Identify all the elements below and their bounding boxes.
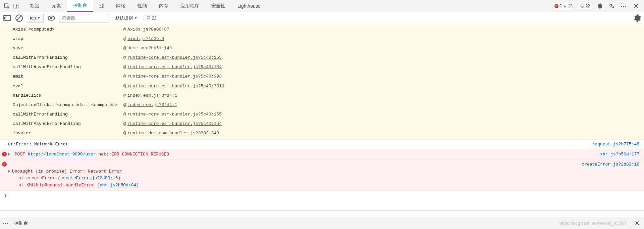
console-toolbar: top ▼ 默认级别 ▼ 🗨 22	[0, 12, 644, 24]
error-icon: ✕	[554, 4, 558, 8]
stack-frame: Axios.<computed>@Axios.js?0a06:87	[0, 25, 644, 34]
context-selector[interactable]: top ▼	[27, 14, 44, 22]
sidebar-toggle-icon[interactable]	[3, 14, 11, 22]
stack-frame-prefix: at XMLHttpRequest.handleError (	[8, 183, 100, 188]
log-level-selector[interactable]: 默认级别 ▼	[113, 14, 140, 22]
settings-icon[interactable]	[595, 1, 604, 11]
message-icon: 🗨	[580, 3, 585, 9]
stack-frame-suffix: )	[136, 183, 139, 188]
source-link[interactable]: runtime-core.esm-bundler.js?5c40:164	[127, 64, 222, 70]
source-link[interactable]: index.esm.js?3fd4:1	[127, 93, 177, 98]
console-settings-icon[interactable]	[633, 14, 641, 22]
source-link[interactable]: runtime-core.esm-bundler.js?5c40:7310	[127, 84, 224, 89]
disclosure-triangle-icon[interactable]	[8, 170, 10, 173]
at-symbol: @	[122, 35, 127, 43]
source-link[interactable]: runtime-core.esm-bundler.js?5c40:164	[127, 121, 222, 126]
tab-security[interactable]: 安全性	[205, 0, 231, 12]
chevron-down-icon: ▼	[134, 16, 138, 20]
warning-icon: ▲	[562, 3, 567, 8]
stack-function: save	[13, 45, 122, 52]
device-toggle-icon[interactable]	[11, 1, 21, 11]
stack-function: Axios.<computed>	[13, 26, 122, 33]
error-icon: ✕	[2, 162, 7, 167]
inspect-icon[interactable]	[2, 1, 11, 11]
filter-input[interactable]	[59, 14, 109, 22]
svg-point-3	[610, 4, 612, 6]
stack-function: callWithErrorHandling	[13, 54, 122, 61]
at-symbol: @	[122, 63, 127, 71]
stack-frame: callWithAsyncErrorHandling@runtime-core.…	[0, 119, 644, 129]
source-link[interactable]: bind.js?1d2b:9	[127, 36, 164, 41]
tab-lighthouse[interactable]: Lighthouse	[231, 0, 267, 12]
close-devtools-icon[interactable]: ✕	[631, 1, 641, 11]
source-link[interactable]: xhr.js?b50d:84	[100, 183, 136, 188]
log-row-error: ✕ Uncaught (in promise) Error: Network E…	[0, 160, 644, 191]
chevron-down-icon: ▼	[37, 16, 41, 20]
stack-frame: emit@runtime-core.esm-bundler.js?5c40:99…	[0, 72, 644, 81]
source-link[interactable]: runtime-dom.esm-bundler.js?830f:349	[127, 131, 219, 136]
tab-sources[interactable]: 源	[93, 0, 110, 12]
at-symbol: @	[122, 130, 127, 137]
source-link[interactable]: createError.js?2d83:16	[60, 176, 118, 181]
log-row-error: ✕ POST http://localhost:9090/user net::E…	[0, 150, 644, 160]
source-link[interactable]: runtime-core.esm-bundler.js?5c40:155	[127, 112, 222, 117]
drawer-tab-console[interactable]: 控制台	[14, 220, 28, 226]
stack-function: invoker	[13, 130, 122, 137]
at-symbol: @	[122, 92, 127, 99]
messages-counter[interactable]: 🗨 22	[578, 3, 592, 9]
tab-elements[interactable]: 元素	[46, 0, 67, 12]
source-link[interactable]: Home.vue?bb51:149	[127, 46, 172, 51]
at-symbol: @	[122, 45, 127, 52]
drawer-close-icon[interactable]: ✕	[633, 220, 641, 227]
disclosure-triangle-icon[interactable]	[8, 152, 10, 156]
error-body: Uncaught (in promise) Error: Network Err…	[8, 161, 139, 189]
tabbar-right: ✕ 2 ▲ 13 🗨 22 ⋯ ✕	[552, 1, 642, 11]
tab-network[interactable]: 网络	[110, 0, 131, 12]
more-icon[interactable]: ⋯	[619, 1, 629, 11]
experiments-icon[interactable]	[607, 1, 616, 11]
log-row-info: errError: Network Error request.js?b775:…	[0, 140, 644, 150]
tab-memory[interactable]: 内存	[153, 0, 174, 12]
stack-frame: callWithErrorHandling@runtime-core.esm-b…	[0, 53, 644, 62]
stack-function: eval	[13, 83, 122, 90]
stack-frame: wrap@bind.js?1d2b:9	[0, 34, 644, 44]
context-label: top	[30, 15, 36, 20]
tab-console[interactable]: 控制台	[67, 0, 93, 12]
drawer-more-icon[interactable]: ⋯	[3, 220, 9, 227]
source-link[interactable]: Axios.js?0a06:87	[127, 27, 169, 32]
at-symbol: @	[122, 54, 127, 61]
stack-frame: handleClick@index.esm.js?3fd4:1	[0, 91, 644, 100]
tab-performance[interactable]: 性能	[131, 0, 153, 12]
request-url-link[interactable]: http://localhost:9090/user	[28, 152, 96, 157]
source-link[interactable]: runtime-core.esm-bundler.js?5c40:155	[127, 55, 222, 60]
stack-frame-prefix: at createError (	[8, 176, 60, 181]
svg-line-8	[17, 16, 21, 20]
tab-welcome[interactable]: 欢迎	[24, 0, 46, 12]
stack-function: callWithErrorHandling	[13, 111, 122, 118]
source-link[interactable]: createError.js?2d83:16	[575, 161, 639, 168]
stack-function: wrap	[13, 35, 122, 43]
live-expression-icon[interactable]	[47, 14, 56, 22]
devtools-tabbar: 欢迎 元素 控制台 源 网络 性能 内存 应用程序 安全性 Lighthouse…	[0, 0, 644, 12]
stack-function: callWithAsyncErrorHandling	[13, 120, 122, 128]
message-icon: 🗨	[147, 16, 151, 20]
stack-function: emit	[13, 73, 122, 80]
error-icon: ✕	[2, 152, 7, 156]
tab-application[interactable]: 应用程序	[174, 0, 205, 12]
clear-console-icon[interactable]	[15, 14, 23, 22]
warning-count: 13	[568, 4, 572, 8]
stack-frame: invoker@runtime-dom.esm-bundler.js?830f:…	[0, 129, 644, 138]
svg-point-10	[50, 17, 53, 19]
console-output[interactable]: Axios.<computed>@Axios.js?0a06:87wrap@bi…	[0, 24, 644, 210]
stack-function: Object.onClick.t.<computed>.t.<computed>	[13, 101, 122, 109]
error-warning-counter[interactable]: ✕ 2 ▲ 13	[552, 3, 575, 9]
log-text: errError: Network Error	[8, 141, 68, 148]
source-link[interactable]: request.js?b775:48	[586, 141, 639, 148]
source-link[interactable]: xhr.js?b50d:177	[593, 151, 639, 158]
issues-counter[interactable]: 🗨 22	[144, 15, 159, 21]
source-link[interactable]: index.esm.js?3fd4:1	[127, 102, 177, 107]
console-prompt[interactable]: ❯	[0, 191, 644, 200]
watermark-text: https://blog.csdn.net/weixin_45080	[558, 221, 628, 226]
messages-count: 22	[586, 4, 590, 8]
source-link[interactable]: runtime-core.esm-bundler.js?5c40:993	[127, 74, 222, 79]
